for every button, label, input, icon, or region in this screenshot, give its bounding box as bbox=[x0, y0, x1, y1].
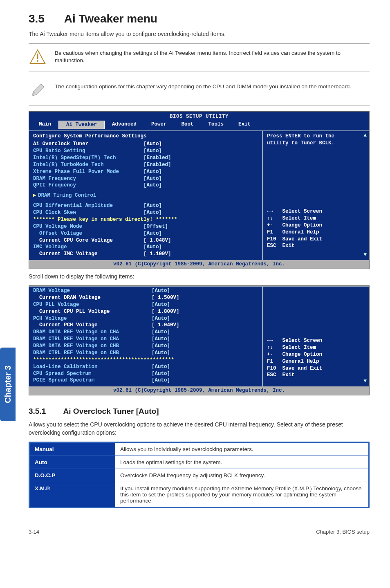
scroll-down-icon[interactable]: ▼ bbox=[363, 378, 367, 385]
help-line: ↑↓ Select Item bbox=[267, 344, 366, 351]
row-dram-timing[interactable]: ▶DRAM Timing Control bbox=[33, 192, 260, 199]
tab-ai-tweaker[interactable]: Ai Tweaker bbox=[58, 121, 105, 129]
row-cpu-diff-amp[interactable]: CPU Differential Amplitude[Auto] bbox=[33, 202, 260, 209]
row-turbomode[interactable]: Intel(R) TurboMode Tech[Enabled] bbox=[33, 162, 260, 168]
row-dram-ctrl-chb[interactable]: DRAM CTRL REF Voltage on CHB[Auto] bbox=[33, 350, 260, 357]
page-number: 3-14 bbox=[29, 529, 39, 535]
options-table: Manual Allows you to individually set ov… bbox=[29, 442, 370, 508]
scroll-caption: Scroll down to display the following ite… bbox=[29, 273, 370, 280]
help-line: +- Change Option bbox=[267, 222, 366, 229]
star-line: ******* Please key in numbers directly! … bbox=[33, 216, 260, 223]
bios-right-pane: ▲ Press ENTER to run the utility to Tune… bbox=[263, 131, 369, 260]
section-heading: 3.5 Ai Tweaker menu bbox=[29, 12, 370, 25]
tab-exit[interactable]: Exit bbox=[231, 121, 258, 129]
settings-header: Configure System Performance Settings bbox=[33, 132, 260, 141]
page-footer: 3-14 Chapter 3: BIOS setup bbox=[29, 529, 370, 535]
opt-desc: If you install memory modules supporting… bbox=[115, 482, 369, 508]
svg-point-2 bbox=[37, 60, 38, 62]
row-qpii-freq[interactable]: QPII Frequency[Auto] bbox=[33, 182, 260, 189]
table-row: Auto Loads the optimal settings for the … bbox=[29, 456, 369, 469]
opt-desc: Overclocks DRAM frequency by adjusting B… bbox=[115, 469, 369, 482]
row-cpu-voltage-mode[interactable]: CPU Voltage Mode[Offset] bbox=[33, 223, 260, 230]
opt-key: X.M.P. bbox=[29, 482, 115, 508]
caution-note: Be cautious when changing the settings o… bbox=[29, 48, 370, 68]
row-dram-voltage[interactable]: DRAM Voltage[Auto] bbox=[33, 287, 260, 294]
row-speedstep[interactable]: Intel(R) SpeedStep(TM) Tech[Enabled] bbox=[33, 155, 260, 162]
bios-title: BIOS SETUP UTILITY bbox=[29, 112, 369, 120]
help-hint-1: Press ENTER to run the bbox=[267, 133, 366, 140]
info-text: The configuration options for this chapt… bbox=[55, 81, 370, 91]
divider bbox=[29, 72, 370, 72]
row-cpu-spread[interactable]: CPU Spread Spectrum[Auto] bbox=[33, 370, 260, 377]
opt-key: Auto bbox=[29, 456, 115, 469]
row-cpu-ratio[interactable]: CPU Ratio Setting[Auto] bbox=[33, 148, 260, 155]
subsection-text: Allows you to select the CPU overclockin… bbox=[29, 421, 370, 437]
tab-power[interactable]: Power bbox=[144, 121, 174, 129]
help-line: +- Change Option bbox=[267, 351, 366, 358]
help-line: ↑↓ Select Item bbox=[267, 215, 366, 222]
info-note: The configuration options for this chapt… bbox=[29, 81, 370, 102]
row-dram-data-cha[interactable]: DRAM DATA REF Voltage on CHA[Auto] bbox=[33, 329, 260, 336]
tab-boot[interactable]: Boot bbox=[174, 121, 201, 129]
tab-advanced[interactable]: Advanced bbox=[105, 121, 144, 129]
row-dram-ctrl-cha[interactable]: DRAM CTRL REF Voltage on CHA[Auto] bbox=[33, 336, 260, 343]
row-cpu-clock-skew[interactable]: CPU Clock Skew[Auto] bbox=[33, 209, 260, 216]
row-cpu-pll-voltage[interactable]: CPU PLL Voltage[Auto] bbox=[33, 301, 260, 308]
bios-left-pane: Configure System Performance Settings Ai… bbox=[29, 131, 263, 260]
bios-menubar: Main Ai Tweaker Advanced Power Boot Tool… bbox=[29, 120, 369, 130]
row-load-line[interactable]: Load-Line Calibration[Auto] bbox=[33, 364, 260, 370]
subsection-number: 3.5.1 bbox=[29, 407, 61, 416]
bios-panel-1: BIOS SETUP UTILITY Main Ai Tweaker Advan… bbox=[29, 111, 370, 269]
help-line: ESC Exit bbox=[267, 372, 366, 379]
tab-tools[interactable]: Tools bbox=[201, 121, 231, 129]
row-current-cpu-core: Current CPU Core Voltage[ 1.048V] bbox=[33, 237, 260, 244]
tab-main[interactable]: Main bbox=[31, 121, 58, 129]
subsection-title: Ai Overclock Tuner [Auto] bbox=[63, 407, 159, 415]
row-current-dram-voltage: Current DRAM Voltage[ 1.500V] bbox=[33, 294, 260, 301]
row-dram-freq[interactable]: DRAM Frequency[Auto] bbox=[33, 175, 260, 182]
row-dram-data-chb[interactable]: DRAM DATA REF Voltage on CHB[Auto] bbox=[33, 343, 260, 350]
caution-icon bbox=[29, 48, 47, 66]
help-line: F1 General Help bbox=[267, 358, 366, 365]
scroll-up-icon[interactable]: ▲ bbox=[363, 132, 367, 139]
row-ai-overclock[interactable]: Ai Overclock Tuner[Auto] bbox=[33, 141, 260, 148]
help-hint-2: utility to Tuner BCLK. bbox=[267, 140, 366, 147]
divider bbox=[29, 77, 370, 77]
bios2-right-pane: ←→ Select Screen ↑↓ Select Item +- Chang… bbox=[263, 286, 369, 386]
section-title-text: Ai Tweaker menu bbox=[64, 12, 157, 25]
help-line: ←→ Select Screen bbox=[267, 208, 366, 215]
help-line: F10 Save and Exit bbox=[267, 365, 366, 372]
help-line: F1 General Help bbox=[267, 229, 366, 236]
table-row: D.O.C.P Overclocks DRAM frequency by adj… bbox=[29, 469, 369, 482]
help-line: F10 Save and Exit bbox=[267, 236, 366, 243]
table-row: Manual Allows you to individually set ov… bbox=[29, 442, 369, 456]
table-row: X.M.P. If you install memory modules sup… bbox=[29, 482, 369, 508]
row-current-cpu-pll: Current CPU PLL Voltage[ 1.800V] bbox=[33, 308, 260, 315]
opt-desc: Allows you to individually set overclock… bbox=[115, 442, 369, 456]
opt-desc: Loads the optimal settings for the syste… bbox=[115, 456, 369, 469]
row-pcie-spread[interactable]: PCIE Spread Spectrum[Auto] bbox=[33, 377, 260, 384]
row-current-imc: Current IMC Voltage[ 1.109V] bbox=[33, 251, 260, 258]
opt-key: D.O.C.P bbox=[29, 469, 115, 482]
section-number: 3.5 bbox=[29, 12, 61, 25]
intro-text: The Ai Tweaker menu items allow you to c… bbox=[29, 30, 370, 38]
opt-key: Manual bbox=[29, 442, 115, 456]
help-line: ←→ Select Screen bbox=[267, 337, 366, 344]
row-offset-voltage[interactable]: Offset Voltage[Auto] bbox=[33, 230, 260, 237]
bios2-left-pane: DRAM Voltage[Auto] Current DRAM Voltage[… bbox=[29, 286, 263, 386]
row-pch-voltage[interactable]: PCH Voltage[Auto] bbox=[33, 315, 260, 322]
row-current-pch: Current PCH Voltage[ 1.040V] bbox=[33, 322, 260, 329]
bios2-footer: v02.61 (C)Copyright 1985-2009, American … bbox=[29, 386, 369, 395]
star-line-2: ****************************************… bbox=[33, 357, 260, 364]
chapter-label: Chapter 3: BIOS setup bbox=[316, 529, 370, 535]
row-xtreme-phase[interactable]: Xtreme Phase Full Power Mode[Auto] bbox=[33, 168, 260, 175]
caution-text: Be cautious when changing the settings o… bbox=[55, 48, 370, 65]
submenu-icon: ▶ bbox=[33, 192, 38, 199]
bios-panel-2: DRAM Voltage[Auto] Current DRAM Voltage[… bbox=[29, 285, 370, 395]
scroll-down-icon[interactable]: ▼ bbox=[363, 251, 367, 258]
subsection-heading: 3.5.1 Ai Overclock Tuner [Auto] bbox=[29, 407, 370, 416]
bios-footer: v02.61 (C)Copyright 1985-2009, American … bbox=[29, 260, 369, 269]
help-line: ESC Exit bbox=[267, 242, 366, 249]
row-imc-voltage[interactable]: IMC Voltage[Auto] bbox=[33, 244, 260, 251]
pencil-icon bbox=[29, 81, 47, 99]
